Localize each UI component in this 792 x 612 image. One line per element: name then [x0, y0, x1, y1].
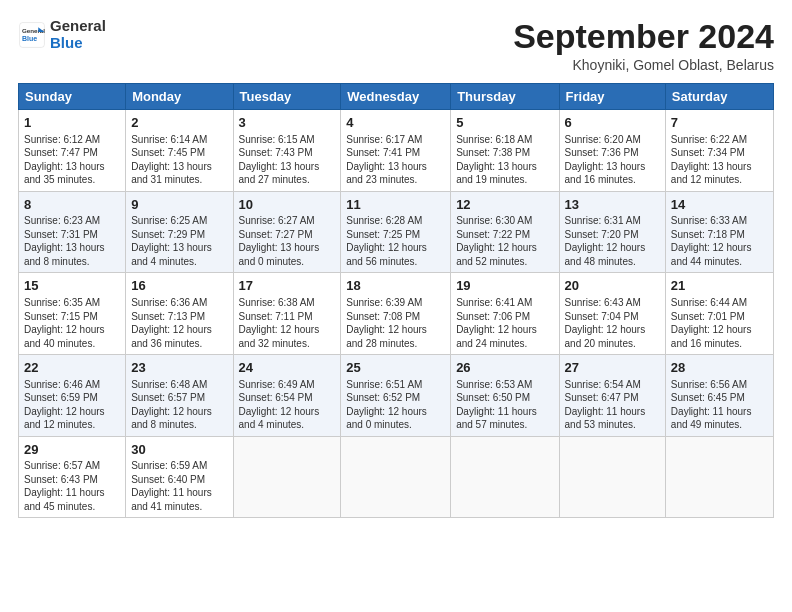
- calendar-cell: 30Sunrise: 6:59 AM Sunset: 6:40 PM Dayli…: [126, 436, 233, 518]
- calendar-cell: 2Sunrise: 6:14 AM Sunset: 7:45 PM Daylig…: [126, 110, 233, 192]
- day-number: 2: [131, 114, 227, 132]
- calendar-cell: 28Sunrise: 6:56 AM Sunset: 6:45 PM Dayli…: [665, 355, 773, 437]
- day-number: 15: [24, 277, 120, 295]
- calendar-cell: 23Sunrise: 6:48 AM Sunset: 6:57 PM Dayli…: [126, 355, 233, 437]
- day-info: Sunrise: 6:23 AM Sunset: 7:31 PM Dayligh…: [24, 214, 120, 268]
- calendar-cell: 13Sunrise: 6:31 AM Sunset: 7:20 PM Dayli…: [559, 191, 665, 273]
- calendar-cell: [665, 436, 773, 518]
- day-number: 16: [131, 277, 227, 295]
- day-info: Sunrise: 6:15 AM Sunset: 7:43 PM Dayligh…: [239, 133, 336, 187]
- day-number: 26: [456, 359, 553, 377]
- calendar-cell: 6Sunrise: 6:20 AM Sunset: 7:36 PM Daylig…: [559, 110, 665, 192]
- day-number: 10: [239, 196, 336, 214]
- day-number: 30: [131, 441, 227, 459]
- day-number: 27: [565, 359, 660, 377]
- calendar-cell: 8Sunrise: 6:23 AM Sunset: 7:31 PM Daylig…: [19, 191, 126, 273]
- day-info: Sunrise: 6:12 AM Sunset: 7:47 PM Dayligh…: [24, 133, 120, 187]
- day-number: 12: [456, 196, 553, 214]
- day-number: 25: [346, 359, 445, 377]
- calendar-cell: 14Sunrise: 6:33 AM Sunset: 7:18 PM Dayli…: [665, 191, 773, 273]
- day-info: Sunrise: 6:43 AM Sunset: 7:04 PM Dayligh…: [565, 296, 660, 350]
- title-block: September 2024 Khoyniki, Gomel Oblast, B…: [513, 18, 774, 73]
- day-number: 5: [456, 114, 553, 132]
- day-info: Sunrise: 6:46 AM Sunset: 6:59 PM Dayligh…: [24, 378, 120, 432]
- day-number: 28: [671, 359, 768, 377]
- day-info: Sunrise: 6:31 AM Sunset: 7:20 PM Dayligh…: [565, 214, 660, 268]
- calendar-cell: 22Sunrise: 6:46 AM Sunset: 6:59 PM Dayli…: [19, 355, 126, 437]
- day-info: Sunrise: 6:51 AM Sunset: 6:52 PM Dayligh…: [346, 378, 445, 432]
- day-info: Sunrise: 6:54 AM Sunset: 6:47 PM Dayligh…: [565, 378, 660, 432]
- calendar-cell: 17Sunrise: 6:38 AM Sunset: 7:11 PM Dayli…: [233, 273, 341, 355]
- month-title: September 2024: [513, 18, 774, 55]
- calendar-cell: 1Sunrise: 6:12 AM Sunset: 7:47 PM Daylig…: [19, 110, 126, 192]
- day-info: Sunrise: 6:18 AM Sunset: 7:38 PM Dayligh…: [456, 133, 553, 187]
- calendar-week-row: 29Sunrise: 6:57 AM Sunset: 6:43 PM Dayli…: [19, 436, 774, 518]
- day-number: 11: [346, 196, 445, 214]
- day-info: Sunrise: 6:33 AM Sunset: 7:18 PM Dayligh…: [671, 214, 768, 268]
- calendar-cell: 11Sunrise: 6:28 AM Sunset: 7:25 PM Dayli…: [341, 191, 451, 273]
- day-number: 29: [24, 441, 120, 459]
- calendar-cell: [233, 436, 341, 518]
- day-info: Sunrise: 6:14 AM Sunset: 7:45 PM Dayligh…: [131, 133, 227, 187]
- calendar-cell: [341, 436, 451, 518]
- calendar-cell: 18Sunrise: 6:39 AM Sunset: 7:08 PM Dayli…: [341, 273, 451, 355]
- calendar-cell: 5Sunrise: 6:18 AM Sunset: 7:38 PM Daylig…: [451, 110, 559, 192]
- calendar-cell: 20Sunrise: 6:43 AM Sunset: 7:04 PM Dayli…: [559, 273, 665, 355]
- day-info: Sunrise: 6:27 AM Sunset: 7:27 PM Dayligh…: [239, 214, 336, 268]
- calendar-day-header: Wednesday: [341, 84, 451, 110]
- calendar-cell: 21Sunrise: 6:44 AM Sunset: 7:01 PM Dayli…: [665, 273, 773, 355]
- day-info: Sunrise: 6:28 AM Sunset: 7:25 PM Dayligh…: [346, 214, 445, 268]
- day-number: 18: [346, 277, 445, 295]
- calendar-cell: 15Sunrise: 6:35 AM Sunset: 7:15 PM Dayli…: [19, 273, 126, 355]
- calendar-cell: 16Sunrise: 6:36 AM Sunset: 7:13 PM Dayli…: [126, 273, 233, 355]
- day-info: Sunrise: 6:35 AM Sunset: 7:15 PM Dayligh…: [24, 296, 120, 350]
- calendar-cell: 7Sunrise: 6:22 AM Sunset: 7:34 PM Daylig…: [665, 110, 773, 192]
- day-number: 22: [24, 359, 120, 377]
- calendar-day-header: Monday: [126, 84, 233, 110]
- day-info: Sunrise: 6:57 AM Sunset: 6:43 PM Dayligh…: [24, 459, 120, 513]
- calendar-cell: 25Sunrise: 6:51 AM Sunset: 6:52 PM Dayli…: [341, 355, 451, 437]
- calendar-week-row: 22Sunrise: 6:46 AM Sunset: 6:59 PM Dayli…: [19, 355, 774, 437]
- day-number: 14: [671, 196, 768, 214]
- calendar-cell: 9Sunrise: 6:25 AM Sunset: 7:29 PM Daylig…: [126, 191, 233, 273]
- calendar-cell: [559, 436, 665, 518]
- calendar-cell: 27Sunrise: 6:54 AM Sunset: 6:47 PM Dayli…: [559, 355, 665, 437]
- calendar-day-header: Friday: [559, 84, 665, 110]
- day-number: 24: [239, 359, 336, 377]
- day-info: Sunrise: 6:41 AM Sunset: 7:06 PM Dayligh…: [456, 296, 553, 350]
- calendar-cell: 26Sunrise: 6:53 AM Sunset: 6:50 PM Dayli…: [451, 355, 559, 437]
- calendar-cell: 24Sunrise: 6:49 AM Sunset: 6:54 PM Dayli…: [233, 355, 341, 437]
- day-info: Sunrise: 6:48 AM Sunset: 6:57 PM Dayligh…: [131, 378, 227, 432]
- calendar-cell: 4Sunrise: 6:17 AM Sunset: 7:41 PM Daylig…: [341, 110, 451, 192]
- day-info: Sunrise: 6:49 AM Sunset: 6:54 PM Dayligh…: [239, 378, 336, 432]
- page-header: General Blue General Blue September 2024…: [18, 18, 774, 73]
- calendar-week-row: 8Sunrise: 6:23 AM Sunset: 7:31 PM Daylig…: [19, 191, 774, 273]
- logo-icon: General Blue: [18, 21, 46, 49]
- day-number: 9: [131, 196, 227, 214]
- day-number: 23: [131, 359, 227, 377]
- calendar-day-header: Thursday: [451, 84, 559, 110]
- calendar-week-row: 15Sunrise: 6:35 AM Sunset: 7:15 PM Dayli…: [19, 273, 774, 355]
- svg-text:Blue: Blue: [22, 35, 37, 42]
- calendar-cell: 19Sunrise: 6:41 AM Sunset: 7:06 PM Dayli…: [451, 273, 559, 355]
- day-number: 17: [239, 277, 336, 295]
- day-info: Sunrise: 6:44 AM Sunset: 7:01 PM Dayligh…: [671, 296, 768, 350]
- day-number: 6: [565, 114, 660, 132]
- calendar-header-row: SundayMondayTuesdayWednesdayThursdayFrid…: [19, 84, 774, 110]
- day-info: Sunrise: 6:59 AM Sunset: 6:40 PM Dayligh…: [131, 459, 227, 513]
- calendar-cell: 29Sunrise: 6:57 AM Sunset: 6:43 PM Dayli…: [19, 436, 126, 518]
- day-number: 13: [565, 196, 660, 214]
- day-number: 8: [24, 196, 120, 214]
- day-info: Sunrise: 6:20 AM Sunset: 7:36 PM Dayligh…: [565, 133, 660, 187]
- day-info: Sunrise: 6:17 AM Sunset: 7:41 PM Dayligh…: [346, 133, 445, 187]
- day-info: Sunrise: 6:25 AM Sunset: 7:29 PM Dayligh…: [131, 214, 227, 268]
- day-number: 21: [671, 277, 768, 295]
- day-number: 19: [456, 277, 553, 295]
- day-info: Sunrise: 6:56 AM Sunset: 6:45 PM Dayligh…: [671, 378, 768, 432]
- day-info: Sunrise: 6:38 AM Sunset: 7:11 PM Dayligh…: [239, 296, 336, 350]
- logo: General Blue General Blue: [18, 18, 106, 51]
- day-number: 1: [24, 114, 120, 132]
- day-info: Sunrise: 6:39 AM Sunset: 7:08 PM Dayligh…: [346, 296, 445, 350]
- calendar-cell: [451, 436, 559, 518]
- calendar-cell: 3Sunrise: 6:15 AM Sunset: 7:43 PM Daylig…: [233, 110, 341, 192]
